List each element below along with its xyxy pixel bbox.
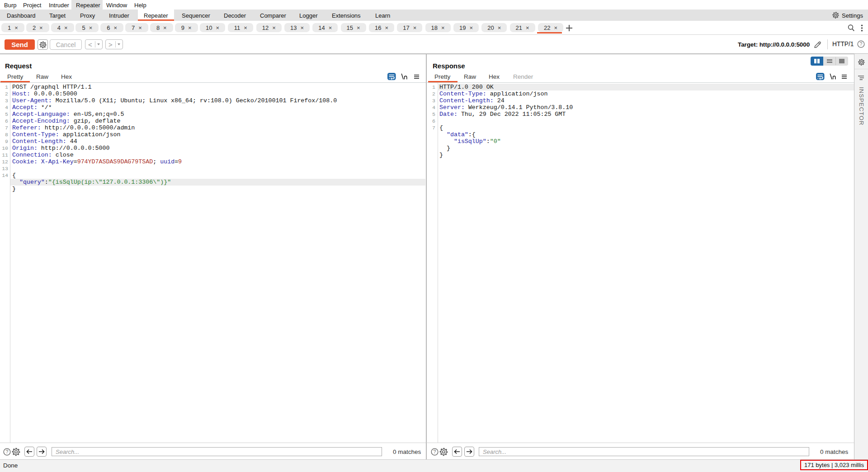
svg-text:?: ? — [434, 449, 436, 454]
svg-text:?: ? — [860, 41, 863, 47]
svg-text:?: ? — [6, 449, 9, 454]
